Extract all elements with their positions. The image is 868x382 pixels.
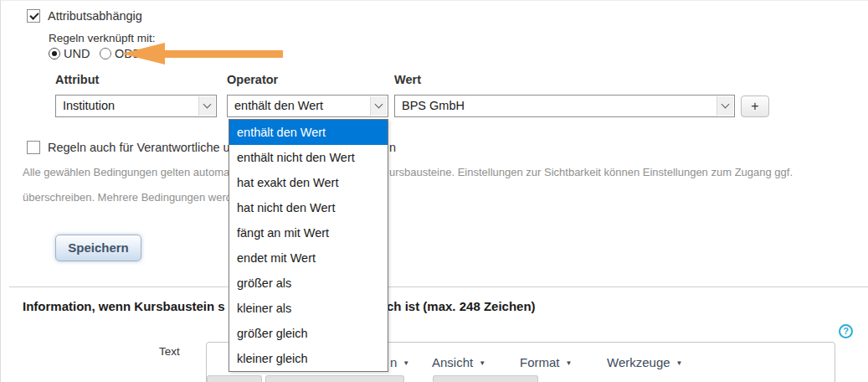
chevron-down-icon [716,96,733,116]
column-header-operator: Operator [227,73,278,86]
radio-und-label: UND [64,47,90,60]
value-select-value: BPS GmbH [402,99,465,112]
editor-menu-format[interactable]: Format▼ [520,355,572,369]
column-header-attribute: Attribut [55,73,99,86]
info-heading-end: ch ist (max. 248 Zeichen) [387,299,536,313]
editor-menu-werkzeuge[interactable]: Werkzeuge▼ [607,355,683,369]
operator-select-value: enthält den Wert [234,99,323,112]
operator-option[interactable]: enthält nicht den Wert [229,145,388,170]
operator-option[interactable]: hat nicht den Wert [229,195,388,220]
column-header-value: Wert [394,73,421,86]
toolbar-button-group[interactable] [265,375,404,382]
menu-caret-icon: ▼ [403,359,409,367]
operator-option[interactable]: kleiner gleich [229,346,388,371]
attribute-dependent-label: Attributsabhängig [48,9,142,23]
editor-menu-fragment[interactable]: n▼ [390,355,409,369]
attribute-dependent-checkbox[interactable] [27,9,40,23]
menu-caret-icon: ▼ [566,359,573,367]
attribute-select-value: Institution [63,99,115,112]
help-text-line1-start: Alle gewählen Bedingungen gelten automat… [23,166,235,178]
apply-rules-checkbox[interactable] [27,141,40,154]
toolbar-button-group[interactable] [433,375,538,382]
info-heading-start: Information, wenn Kursbaustein s [23,299,225,313]
operator-option[interactable]: hat exakt den Wert [229,170,388,195]
operator-option[interactable]: kleiner als [229,296,388,321]
radio-oder[interactable] [100,48,111,59]
value-select[interactable]: BPS GmbH [394,95,735,117]
operator-dropdown-list: enthält den Wertenthält nicht den Wertha… [229,119,388,372]
attribute-rules-panel: Attributsabhängig Regeln verknüpft mit: … [0,0,868,382]
editor-menu-ansicht[interactable]: Ansicht▼ [432,355,485,369]
chevron-down-icon [370,96,387,116]
apply-rules-label-start: Regeln auch für Verantwortliche u [48,141,230,154]
operator-option[interactable]: fängt an mit Wert [229,220,388,245]
operator-option[interactable]: größer gleich [229,321,388,346]
text-field-label: Text [159,345,180,358]
help-icon[interactable]: ? [839,324,853,338]
help-text-line1-end: ursbausteine. Einstellungen zur Sichtbar… [389,166,793,178]
toolbar-button-group[interactable] [207,375,262,382]
add-rule-button[interactable]: + [741,96,769,117]
operator-option[interactable]: endet mit Wert [229,245,388,271]
callout-arrow-icon [121,43,165,65]
chevron-down-icon [198,96,215,116]
menu-caret-icon: ▼ [479,359,485,367]
attribute-select[interactable]: Institution [55,95,217,117]
operator-select[interactable]: enthält den Wert [227,95,388,117]
callout-arrow-tail [163,50,283,58]
save-button[interactable]: Speichern [55,235,141,261]
menu-caret-icon: ▼ [676,359,683,367]
radio-und[interactable] [49,48,60,59]
apply-rules-label-end: n [389,141,396,154]
operator-option[interactable]: größer als [229,271,388,296]
section-divider [9,286,868,287]
operator-option[interactable]: enthält den Wert [229,120,388,145]
help-text-line2-start: überschreiben. Mehrere Bedingungen werde [23,191,238,204]
